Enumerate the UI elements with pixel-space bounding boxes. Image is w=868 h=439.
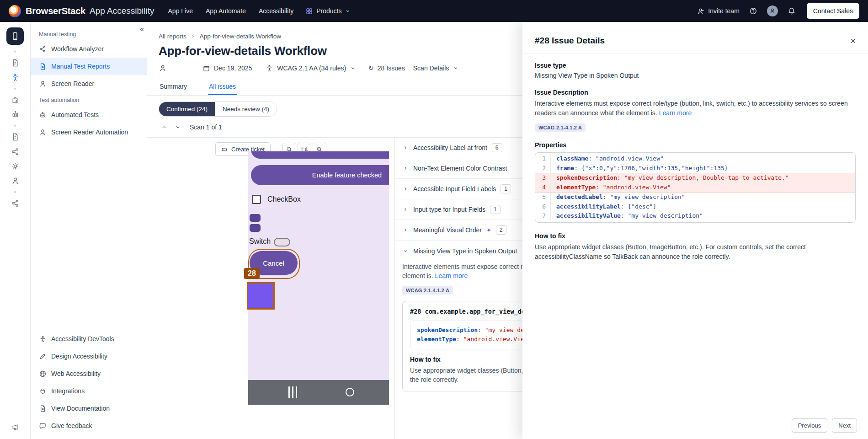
panel-title: #28 Issue Details (535, 36, 605, 46)
sidebar-item-screen-reader[interactable]: Screen Reader (31, 75, 147, 92)
app-accessibility-tile-icon[interactable] (6, 27, 24, 45)
sidebar-item-label: Integrations (51, 387, 85, 395)
ticket-icon (221, 146, 228, 153)
chevron-right-icon (402, 206, 409, 213)
rail-divider-dot (14, 88, 16, 90)
sidebar-item-screen-reader-automation[interactable]: Screen Reader Automation (31, 123, 147, 141)
chevron-down-icon (345, 8, 351, 14)
screenshot-checkbox-row: CheckBox (252, 195, 301, 204)
nav-link-accessibility[interactable]: Accessibility (259, 7, 293, 15)
nav-link-app-live[interactable]: App Live (168, 7, 193, 15)
rail-accessibility-icon[interactable] (11, 73, 20, 82)
scan-previous-chevron-up-icon[interactable] (159, 122, 170, 133)
calendar-icon (202, 64, 210, 72)
sidebar-item-label: Give feedback (51, 422, 92, 429)
screenshot-checkbox-label: CheckBox (267, 195, 301, 203)
rail-divider-dot (14, 51, 16, 53)
account-avatar[interactable] (767, 5, 778, 16)
property-line-flagged: 3spokenDescription: "my view description… (535, 173, 855, 183)
rail-reports-icon[interactable] (11, 59, 20, 67)
chevron-right-icon (402, 165, 409, 171)
sidebar-item-accessibility-devtools[interactable]: Accessibility DevTools (31, 330, 147, 348)
sidebar-bottom-group: Accessibility DevTools Design Accessibil… (31, 330, 147, 439)
product-icon-rail (0, 22, 31, 439)
property-line: 7accessibilityValue: "my view descriptio… (535, 211, 855, 221)
sidebar-item-integrations[interactable]: Integrations (31, 382, 147, 400)
property-line: 5detectedLabel: "my view description" (535, 193, 855, 202)
filter-confirmed-chip[interactable]: Confirmed (24) (159, 102, 215, 116)
issue-count-badge: 1 (501, 184, 511, 193)
sidebar-item-automated-tests[interactable]: Automated Tests (31, 106, 147, 123)
how-to-fix-section: How to fix Use appropriate widget classe… (535, 232, 856, 262)
sidebar-item-label: Web Accessibility (51, 370, 101, 377)
panel-header: #28 Issue Details (522, 22, 868, 54)
filter-needs-review-chip[interactable]: Needs review (4) (215, 102, 277, 116)
announcements-megaphone-icon[interactable] (11, 423, 20, 432)
sidebar-item-design-accessibility[interactable]: Design Accessibility (31, 348, 147, 365)
wcag-ruleset-dropdown[interactable]: WCAG 2.1 AA (34 rules) (266, 64, 356, 72)
screenshot-chip (250, 224, 261, 232)
accessibility-icon (39, 335, 47, 343)
sidebar-item-give-feedback[interactable]: Give feedback (31, 417, 147, 434)
products-menu[interactable]: Products (305, 7, 351, 15)
browserstack-logo-icon[interactable] (9, 5, 21, 17)
learn-more-link[interactable]: Learn more (435, 272, 468, 279)
screenshot-feature-button: Enable feature checked (251, 165, 389, 185)
screenshot-chip (250, 214, 261, 222)
previous-issue-button[interactable]: Previous (792, 418, 828, 433)
screenshot-switch-label: Switch (249, 237, 271, 246)
rail-share-icon[interactable] (11, 147, 20, 156)
sidebar-item-view-documentation[interactable]: View Documentation (31, 400, 147, 417)
nav-link-app-automate[interactable]: App Automate (206, 7, 246, 15)
issue-description-label: Issue Description (535, 89, 856, 96)
issue-details-panel: #28 Issue Details Issue type Missing Vie… (522, 22, 868, 439)
pen-icon (39, 353, 47, 360)
scan-next-chevron-down-icon[interactable] (172, 122, 183, 133)
sidebar-section-test-automation: Test automation (31, 92, 147, 106)
rail-integrations-icon[interactable] (11, 96, 20, 104)
screenshot-checkbox (252, 195, 261, 204)
products-label: Products (316, 7, 341, 15)
filter-chip-group: Confirmed (24) Needs review (4) (159, 102, 277, 117)
android-recents-icon (288, 386, 297, 398)
screenshot-switch (274, 238, 290, 246)
globe-icon (39, 370, 47, 378)
next-issue-button[interactable]: Next (832, 418, 857, 433)
rail-settings-gear-icon[interactable] (11, 162, 20, 171)
chevron-right-icon (402, 145, 409, 151)
document-icon (39, 405, 47, 412)
learn-more-link[interactable]: Learn more (659, 109, 692, 117)
scan-details-dropdown[interactable]: Scan Details (413, 64, 459, 72)
tab-summary[interactable]: Summary (159, 79, 188, 95)
panel-footer: Previous Next (792, 418, 857, 433)
rail-users-icon[interactable] (11, 177, 20, 185)
issue-highlight-selected[interactable] (247, 282, 275, 310)
tab-all-issues[interactable]: All issues (208, 79, 237, 95)
plug-icon (39, 387, 47, 395)
breadcrumb-all-reports[interactable]: All reports (159, 33, 186, 40)
sidebar-item-label: Manual Test Reports (51, 63, 110, 70)
help-icon[interactable] (749, 7, 757, 15)
notifications-bell-icon[interactable] (788, 7, 796, 15)
sidebar-item-label: Workflow Analyzer (51, 45, 104, 53)
sidebar-item-workflow-analyzer[interactable]: Workflow Analyzer (31, 40, 147, 58)
rail-export-icon[interactable] (11, 199, 20, 208)
rail-docs-icon[interactable] (11, 133, 20, 141)
product-name: App Accessibility (90, 6, 154, 16)
invite-team-button[interactable]: Invite team (697, 7, 739, 15)
sidebar-item-web-accessibility[interactable]: Web Accessibility (31, 365, 147, 382)
products-grid-icon (305, 7, 313, 15)
sidebar-item-manual-test-reports[interactable]: Manual Test Reports (31, 58, 147, 75)
breadcrumb-current: App-for-view-details Workflow (200, 33, 281, 40)
issue-number-badge[interactable]: 28 (244, 268, 260, 279)
nav-links: App Live App Automate Accessibility (168, 7, 294, 15)
rail-automation-icon[interactable] (11, 110, 20, 119)
person-icon (39, 80, 47, 88)
chevron-down-icon (453, 65, 459, 71)
how-to-fix-label: How to fix (535, 232, 856, 240)
chevron-down-icon (402, 248, 409, 254)
close-icon[interactable] (849, 37, 857, 45)
sidebar-collapse-icon[interactable]: « (140, 26, 144, 33)
contact-sales-button[interactable]: Contact Sales (807, 3, 859, 19)
sidebar-item-label: Automated Tests (51, 111, 99, 118)
